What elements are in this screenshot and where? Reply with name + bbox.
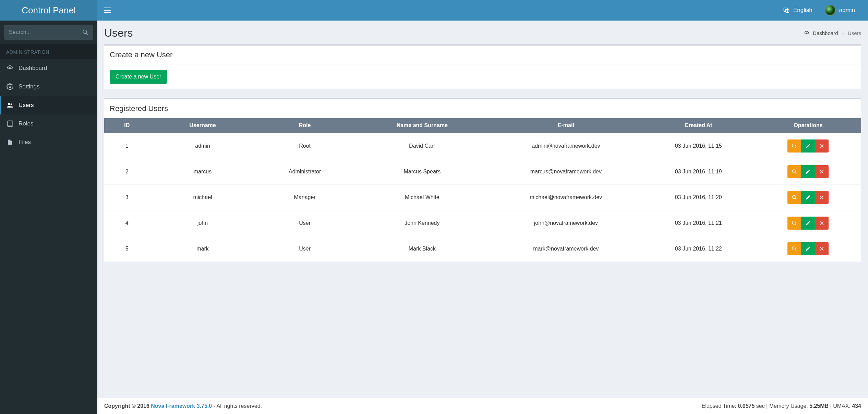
- book-icon: [6, 120, 14, 127]
- page-title: Users: [104, 27, 133, 39]
- svg-point-25: [792, 221, 795, 224]
- cell-created: 03 Jun 2016, 11:22: [642, 236, 755, 262]
- pencil-icon: [805, 169, 811, 174]
- svg-point-6: [11, 103, 12, 105]
- table-row: 5markUserMark Blackmark@novaframework.de…: [104, 236, 861, 262]
- cell-name: David Carr: [354, 133, 490, 159]
- panel-title: Create a new User: [104, 46, 861, 64]
- view-button[interactable]: [787, 217, 801, 230]
- sidebar-item-users[interactable]: Users: [0, 96, 97, 114]
- cell-email: mark@novaframework.dev: [490, 236, 642, 262]
- footer-copyright-suffix: - All rights reserved.: [212, 403, 262, 409]
- view-button[interactable]: [787, 191, 801, 204]
- svg-point-17: [792, 170, 795, 173]
- brand[interactable]: Control Panel: [0, 0, 97, 21]
- svg-point-21: [792, 195, 795, 198]
- col-created: Created At: [642, 118, 755, 133]
- view-button[interactable]: [787, 242, 801, 255]
- sidebar-search: [4, 25, 93, 40]
- cell-email: marcus@novaframework.dev: [490, 159, 642, 185]
- cell-id: 5: [104, 236, 149, 262]
- create-user-button[interactable]: Create a new User: [110, 70, 167, 84]
- registered-users-panel: Registered Users ID Username Role Name a…: [104, 98, 861, 262]
- cell-ops: [755, 133, 861, 159]
- search-icon: [792, 220, 797, 226]
- col-name: Name and Surname: [354, 118, 490, 133]
- sidebar-item-roles[interactable]: Roles: [0, 114, 97, 133]
- footer-copyright-prefix: Copyright © 2016: [104, 403, 151, 409]
- delete-button[interactable]: [815, 139, 829, 153]
- cell-name: Marcus Spears: [354, 159, 490, 185]
- panel-title: Registered Users: [104, 99, 861, 118]
- edit-button[interactable]: [801, 191, 815, 204]
- sidebar-search-wrap: [0, 21, 97, 44]
- footer-framework-link[interactable]: Nova Framework 3.75.0: [151, 403, 212, 409]
- search-input[interactable]: [4, 29, 82, 35]
- user-menu[interactable]: admin: [819, 0, 861, 21]
- sidebar: Control Panel ADMINISTRATION Dashboard S…: [0, 0, 97, 414]
- cell-email: admin@novaframework.dev: [490, 133, 642, 159]
- pencil-icon: [805, 220, 811, 226]
- menu-toggle-icon[interactable]: [104, 8, 111, 13]
- cell-username: mark: [149, 236, 255, 262]
- col-role: Role: [256, 118, 354, 133]
- nav-header: ADMINISTRATION: [0, 44, 97, 59]
- svg-line-14: [795, 147, 796, 148]
- cell-email: michael@novaframework.dev: [490, 185, 642, 210]
- view-button[interactable]: [787, 165, 801, 178]
- search-icon: [792, 169, 797, 174]
- cell-created: 03 Jun 2016, 11:19: [642, 159, 755, 185]
- cell-name: Michael White: [354, 185, 490, 210]
- cell-id: 2: [104, 159, 149, 185]
- cell-username: marcus: [149, 159, 255, 185]
- view-button[interactable]: [787, 139, 801, 153]
- table-row: 1adminRootDavid Carradmin@novaframework.…: [104, 133, 861, 159]
- sidebar-item-dashboard[interactable]: Dashboard: [0, 59, 97, 77]
- pencil-icon: [805, 195, 811, 200]
- breadcrumb-current: Users: [848, 30, 861, 36]
- col-ops: Operations: [755, 118, 861, 133]
- svg-point-13: [792, 144, 795, 147]
- col-id: ID: [104, 118, 149, 133]
- pencil-icon: [805, 246, 811, 252]
- table-row: 2marcusAdministratorMarcus Spearsmarcus@…: [104, 159, 861, 185]
- cell-created: 03 Jun 2016, 11:15: [642, 133, 755, 159]
- create-user-panel: Create a new User Create a new User: [104, 44, 861, 89]
- username-label: admin: [839, 7, 855, 14]
- sidebar-item-label: Settings: [19, 83, 39, 90]
- delete-button[interactable]: [815, 242, 829, 255]
- topbar: English admin: [97, 0, 868, 21]
- search-icon[interactable]: [82, 29, 93, 35]
- cell-username: michael: [149, 185, 255, 210]
- language-selector[interactable]: English: [777, 0, 819, 21]
- edit-button[interactable]: [801, 139, 815, 153]
- edit-button[interactable]: [801, 165, 815, 178]
- file-icon: [6, 139, 14, 146]
- edit-button[interactable]: [801, 217, 815, 230]
- cell-role: Administrator: [256, 159, 354, 185]
- close-icon: [819, 246, 824, 251]
- delete-button[interactable]: [815, 165, 829, 178]
- content: Users Dashboard » Users Create a new Use…: [97, 21, 868, 414]
- svg-point-5: [8, 103, 10, 105]
- footer-stats: Elapsed Time: 0.0575 sec | Memory Usage:…: [702, 403, 861, 409]
- cell-username: john: [149, 210, 255, 236]
- delete-button[interactable]: [815, 191, 829, 204]
- cell-ops: [755, 185, 861, 210]
- edit-button[interactable]: [801, 242, 815, 255]
- dashboard-icon: [804, 31, 809, 36]
- cell-ops: [755, 210, 861, 236]
- breadcrumb-dashboard[interactable]: Dashboard: [813, 30, 838, 36]
- delete-button[interactable]: [815, 217, 829, 230]
- table-header-row: ID Username Role Name and Surname E-mail…: [104, 118, 861, 133]
- cell-created: 03 Jun 2016, 11:20: [642, 185, 755, 210]
- svg-line-18: [795, 172, 796, 174]
- sidebar-item-files[interactable]: Files: [0, 133, 97, 151]
- sidebar-item-settings[interactable]: Settings: [0, 77, 97, 96]
- cell-id: 1: [104, 133, 149, 159]
- language-icon: [783, 7, 790, 13]
- svg-line-1: [86, 33, 88, 35]
- sidebar-item-label: Dashboard: [19, 65, 47, 72]
- footer: Copyright © 2016 Nova Framework 3.75.0 -…: [97, 398, 868, 414]
- cell-username: admin: [149, 133, 255, 159]
